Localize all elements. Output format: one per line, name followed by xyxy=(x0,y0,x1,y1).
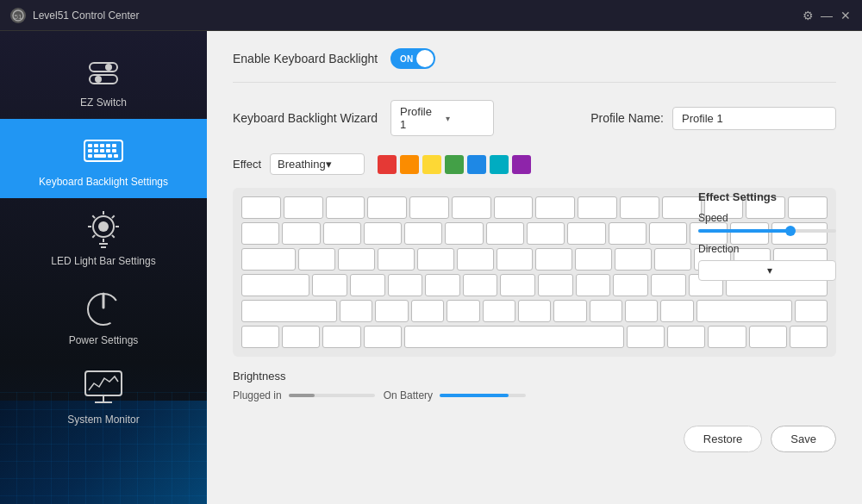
key-backtick[interactable] xyxy=(241,222,279,245)
key-f2[interactable] xyxy=(326,196,365,219)
key-f1[interactable] xyxy=(284,196,323,219)
brightness-plugged-slider[interactable] xyxy=(289,394,375,397)
key-ctrl-r[interactable] xyxy=(667,326,705,348)
key-down[interactable] xyxy=(749,326,787,348)
sidebar-item-ez-switch[interactable]: EZ Switch xyxy=(0,40,207,119)
key-l[interactable] xyxy=(613,274,648,296)
color-swatch-cyan[interactable] xyxy=(490,155,509,174)
key-u[interactable] xyxy=(535,248,572,271)
brightness-battery-slider[interactable] xyxy=(440,394,526,397)
key-7[interactable] xyxy=(527,222,565,245)
svg-rect-10 xyxy=(106,144,110,147)
key-up[interactable] xyxy=(795,300,828,322)
settings-button[interactable]: ⚙ xyxy=(802,9,814,22)
key-slash[interactable] xyxy=(660,300,693,322)
key-1[interactable] xyxy=(282,222,320,245)
speed-slider[interactable] xyxy=(698,229,836,233)
key-win[interactable] xyxy=(322,326,360,348)
key-t[interactable] xyxy=(457,248,494,271)
key-period[interactable] xyxy=(625,300,658,322)
key-n[interactable] xyxy=(518,300,551,322)
key-ctrl-l[interactable] xyxy=(241,326,279,348)
key-f5[interactable] xyxy=(452,196,491,219)
brightness-title: Brightness xyxy=(233,370,836,383)
key-z[interactable] xyxy=(340,300,372,322)
color-swatch-red[interactable] xyxy=(378,155,397,174)
effect-row: Effect Breathing ▾ xyxy=(233,153,836,175)
key-c[interactable] xyxy=(411,300,444,322)
system-monitor-label: System Monitor xyxy=(67,414,139,426)
key-d[interactable] xyxy=(388,274,423,296)
key-f3[interactable] xyxy=(367,196,407,219)
key-space[interactable] xyxy=(404,326,624,348)
sidebar-item-led-light-bar[interactable]: LED Light Bar Settings xyxy=(0,198,207,277)
key-i[interactable] xyxy=(575,248,612,271)
key-b[interactable] xyxy=(483,300,515,322)
key-x[interactable] xyxy=(375,300,408,322)
key-w[interactable] xyxy=(338,248,375,271)
key-e[interactable] xyxy=(378,248,415,271)
color-swatch-green[interactable] xyxy=(445,155,464,174)
key-comma[interactable] xyxy=(590,300,622,322)
key-m[interactable] xyxy=(553,300,586,322)
color-swatch-blue[interactable] xyxy=(467,155,486,174)
key-esc[interactable] xyxy=(241,196,281,219)
key-3[interactable] xyxy=(364,222,402,245)
key-5[interactable] xyxy=(445,222,483,245)
direction-dropdown[interactable]: ▾ xyxy=(698,260,836,281)
key-left[interactable] xyxy=(708,326,746,348)
key-alt-r[interactable] xyxy=(627,326,665,348)
key-r[interactable] xyxy=(417,248,454,271)
key-4[interactable] xyxy=(404,222,442,245)
brightness-plugged-item: Plugged in xyxy=(233,389,375,401)
key-semicolon[interactable] xyxy=(651,274,686,296)
key-8[interactable] xyxy=(567,222,605,245)
profile-dropdown[interactable]: Profile 1 ▾ xyxy=(390,100,494,136)
restore-button[interactable]: Restore xyxy=(684,426,763,452)
key-f4[interactable] xyxy=(409,196,449,219)
sidebar-item-system-monitor[interactable]: System Monitor xyxy=(0,357,207,436)
close-button[interactable]: ✕ xyxy=(840,9,852,22)
key-o[interactable] xyxy=(615,248,652,271)
sidebar-item-power-settings[interactable]: Power Settings xyxy=(0,277,207,357)
key-rshift[interactable] xyxy=(696,300,792,322)
save-button[interactable]: Save xyxy=(771,426,836,452)
key-p[interactable] xyxy=(654,248,691,271)
key-capslock[interactable] xyxy=(241,274,309,296)
key-y[interactable] xyxy=(497,248,534,271)
key-v[interactable] xyxy=(447,300,479,322)
key-g[interactable] xyxy=(463,274,498,296)
profile-name-input[interactable] xyxy=(672,107,836,130)
key-q[interactable] xyxy=(298,248,335,271)
key-right[interactable] xyxy=(790,326,828,348)
key-a[interactable] xyxy=(312,274,347,296)
key-f6[interactable] xyxy=(494,196,534,219)
key-0[interactable] xyxy=(649,222,687,245)
led-light-bar-label: LED Light Bar Settings xyxy=(51,255,155,267)
key-s[interactable] xyxy=(350,274,385,296)
key-f7[interactable] xyxy=(535,196,575,219)
color-swatch-yellow[interactable] xyxy=(422,155,441,174)
effect-dropdown[interactable]: Breathing ▾ xyxy=(270,153,365,175)
key-j[interactable] xyxy=(538,274,573,296)
minimize-button[interactable]: — xyxy=(821,9,833,22)
key-f9[interactable] xyxy=(620,196,659,219)
key-alt-l[interactable] xyxy=(364,326,402,348)
key-h[interactable] xyxy=(500,274,535,296)
key-2[interactable] xyxy=(323,222,361,245)
key-9[interactable] xyxy=(609,222,646,245)
effect-section: Effect Breathing ▾ xyxy=(233,153,836,175)
enable-toggle[interactable]: ON xyxy=(390,48,435,69)
key-fn[interactable] xyxy=(282,326,320,348)
sidebar-item-keyboard-backlight[interactable]: Keyboard Backlight Settings xyxy=(0,119,207,198)
color-swatch-orange[interactable] xyxy=(400,155,419,174)
key-f[interactable] xyxy=(425,274,460,296)
key-f10[interactable] xyxy=(662,196,702,219)
key-lshift[interactable] xyxy=(241,300,337,322)
key-6[interactable] xyxy=(486,222,524,245)
key-tab[interactable] xyxy=(241,248,296,271)
svg-line-27 xyxy=(92,215,95,218)
key-k[interactable] xyxy=(576,274,611,296)
color-swatch-purple[interactable] xyxy=(512,155,531,174)
key-f8[interactable] xyxy=(578,196,617,219)
